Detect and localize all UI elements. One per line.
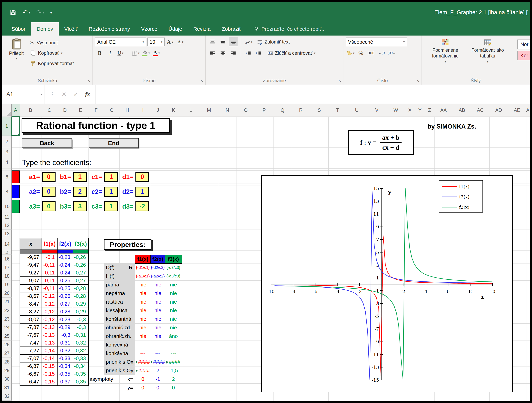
column-header-J[interactable]: J <box>151 104 165 117</box>
column-header-AB[interactable]: AB <box>453 104 471 117</box>
values-table-cell[interactable]: -0,37 <box>57 378 73 386</box>
values-table-cell[interactable]: -6,87 <box>20 362 42 370</box>
column-header-Z[interactable]: Z <box>425 104 435 117</box>
row-header-21[interactable]: 21 <box>2 298 12 306</box>
values-table-cell[interactable]: -9,47 <box>20 261 42 269</box>
property-value[interactable]: --- <box>135 341 151 349</box>
property-value[interactable]: --- <box>151 349 165 358</box>
values-table-cell[interactable]: -7,07 <box>20 354 42 362</box>
row-header-4[interactable]: 4 <box>2 156 12 168</box>
values-table-cell[interactable]: -0,13 <box>42 339 57 347</box>
column-header-S[interactable]: S <box>310 104 329 117</box>
column-header-AF[interactable]: AF <box>526 104 530 117</box>
values-table-cell[interactable]: -9,07 <box>20 277 42 285</box>
asymptote-value[interactable]: 0 <box>151 384 165 392</box>
values-table-cell[interactable]: -0,32 <box>57 347 73 354</box>
row-header-18[interactable]: 18 <box>2 272 12 280</box>
property-value[interactable]: --- <box>135 349 151 358</box>
values-table-cell[interactable]: -0,27 <box>73 277 89 285</box>
property-value[interactable]: {-d2/c2} <box>151 263 165 272</box>
row-header-29[interactable]: 29 <box>2 366 12 375</box>
row-header-27[interactable]: 27 <box>2 349 12 358</box>
values-table-cell[interactable]: -0,28 <box>73 285 89 292</box>
property-value[interactable]: nie <box>135 332 151 341</box>
coefficient-input[interactable]: 1 <box>73 172 87 182</box>
column-header-Q[interactable]: Q <box>273 104 292 117</box>
coefficient-input[interactable]: 1 <box>104 172 118 182</box>
values-table-cell[interactable]: -0,14 <box>42 354 57 362</box>
property-value[interactable]: nie <box>135 315 151 323</box>
property-value[interactable]: nie <box>165 315 182 323</box>
values-table-cell[interactable]: -0,12 <box>42 308 57 316</box>
column-header-AE[interactable]: AE <box>508 104 526 117</box>
row-header-20[interactable]: 20 <box>2 289 12 298</box>
coefficient-input[interactable]: 0 <box>42 201 56 211</box>
property-value[interactable]: áno <box>165 332 182 341</box>
column-header-AD[interactable]: AD <box>489 104 508 117</box>
column-header-AC[interactable]: AC <box>471 104 490 117</box>
row-header-30[interactable]: 30 <box>2 375 12 384</box>
row-header-13[interactable]: 13 <box>2 229 12 238</box>
values-table-cell[interactable]: -0,28 <box>73 292 89 300</box>
row-header-5[interactable] <box>2 168 12 170</box>
row-header-7[interactable] <box>2 183 12 185</box>
values-table-header[interactable]: f2(x) <box>57 238 73 250</box>
values-table-cell[interactable]: -0,12 <box>42 316 57 323</box>
values-table-cell[interactable]: -0,13 <box>42 323 57 331</box>
values-table-cell[interactable]: -0,11 <box>42 277 57 285</box>
asymptote-value[interactable]: 0 <box>135 384 151 392</box>
values-table-cell[interactable]: -0,11 <box>42 285 57 292</box>
values-table-cell[interactable]: -0,15 <box>42 378 57 386</box>
row-header-26[interactable]: 26 <box>2 341 12 349</box>
coefficient-input[interactable]: 0 <box>135 172 149 182</box>
values-table-cell[interactable]: -0,13 <box>42 331 57 339</box>
property-value[interactable]: nie <box>135 306 151 315</box>
column-header-T[interactable]: T <box>329 104 347 117</box>
row-header-10[interactable]: 10 <box>2 200 12 213</box>
values-table-cell[interactable]: -0,29 <box>73 308 89 316</box>
coefficient-input[interactable]: 3 <box>73 201 87 211</box>
row-header-24[interactable]: 24 <box>2 323 12 332</box>
values-table-cell[interactable]: -0,27 <box>73 269 89 277</box>
coefficient-input[interactable]: -2 <box>135 201 149 211</box>
property-value[interactable]: #### <box>151 358 165 366</box>
property-value[interactable]: nie <box>151 289 165 298</box>
values-table-cell[interactable]: -0,15 <box>42 362 57 370</box>
column-header-N[interactable]: N <box>218 104 237 117</box>
asymptote-value[interactable]: 0 <box>165 384 182 392</box>
end-button[interactable]: End <box>89 138 139 148</box>
values-table-cell[interactable]: -0,23 <box>57 253 73 261</box>
row-header-2[interactable]: 2 <box>2 136 12 147</box>
values-table-cell[interactable]: -0,35 <box>73 378 89 386</box>
values-table-cell[interactable]: -0,33 <box>73 354 89 362</box>
coefficient-input[interactable]: 1 <box>104 201 118 211</box>
column-header-Y[interactable]: Y <box>415 104 425 117</box>
values-table-cell[interactable]: -7,27 <box>20 347 42 354</box>
values-table-cell[interactable]: -8,67 <box>20 292 42 300</box>
property-value[interactable]: {-d1/c1} <box>135 263 151 272</box>
coefficient-input[interactable]: 2 <box>73 187 87 197</box>
row-header-1[interactable]: 1 <box>2 117 12 136</box>
values-table-cell[interactable]: -0,33 <box>57 354 73 362</box>
column-header-M[interactable]: M <box>200 104 218 117</box>
coefficient-input[interactable]: 1 <box>135 187 149 197</box>
values-table-header[interactable]: x <box>20 238 42 250</box>
values-table-cell[interactable]: -0,11 <box>42 261 57 269</box>
values-table-cell[interactable]: -0,28 <box>57 308 73 316</box>
property-value[interactable]: #### <box>135 366 151 375</box>
values-table-cell[interactable]: -0,34 <box>73 362 89 370</box>
property-value[interactable]: nie <box>151 323 165 332</box>
property-value[interactable]: nie <box>165 280 182 289</box>
column-header-V[interactable]: V <box>367 104 387 117</box>
property-value[interactable]: -1,5 <box>165 366 182 375</box>
property-value[interactable]: nie <box>151 306 165 315</box>
coefficient-input[interactable]: 1 <box>104 187 118 197</box>
values-table-cell[interactable]: -0,29 <box>73 300 89 308</box>
column-header-E[interactable]: E <box>73 104 89 117</box>
property-value[interactable]: nie <box>135 280 151 289</box>
property-value[interactable]: {-a2/c2} <box>151 272 165 280</box>
values-table-cell[interactable]: -0,35 <box>73 370 89 378</box>
row-header-25[interactable]: 25 <box>2 332 12 341</box>
values-table-cell[interactable]: -0,1 <box>42 253 57 261</box>
column-header-C[interactable]: C <box>42 104 57 117</box>
